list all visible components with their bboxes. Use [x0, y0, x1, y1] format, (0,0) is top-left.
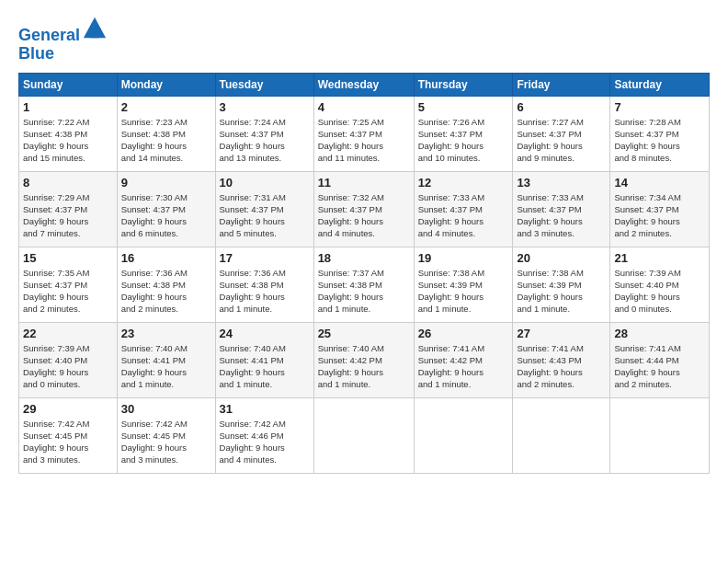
calendar-cell: 18Sunrise: 7:37 AM Sunset: 4:38 PM Dayli…	[313, 247, 414, 322]
day-number: 26	[418, 327, 509, 340]
day-info: Sunrise: 7:33 AM Sunset: 4:37 PM Dayligh…	[517, 191, 606, 240]
day-info: Sunrise: 7:41 AM Sunset: 4:42 PM Dayligh…	[418, 342, 509, 391]
day-number: 7	[614, 100, 705, 114]
day-info: Sunrise: 7:30 AM Sunset: 4:37 PM Dayligh…	[121, 191, 211, 240]
calendar-week-row: 15Sunrise: 7:35 AM Sunset: 4:37 PM Dayli…	[19, 247, 710, 322]
day-number: 12	[418, 176, 509, 190]
day-info: Sunrise: 7:38 AM Sunset: 4:39 PM Dayligh…	[517, 267, 606, 316]
day-info: Sunrise: 7:36 AM Sunset: 4:38 PM Dayligh…	[121, 267, 211, 316]
calendar-header-tuesday: Tuesday	[215, 73, 313, 96]
calendar-cell: 30Sunrise: 7:42 AM Sunset: 4:45 PM Dayli…	[117, 397, 215, 473]
day-info: Sunrise: 7:33 AM Sunset: 4:37 PM Dayligh…	[418, 191, 509, 240]
day-number: 5	[418, 100, 509, 114]
day-info: Sunrise: 7:38 AM Sunset: 4:39 PM Dayligh…	[418, 267, 509, 316]
day-number: 23	[121, 327, 211, 340]
calendar-cell: 4Sunrise: 7:25 AM Sunset: 4:37 PM Daylig…	[313, 96, 414, 171]
calendar-cell: 12Sunrise: 7:33 AM Sunset: 4:37 PM Dayli…	[414, 171, 513, 247]
calendar-cell: 11Sunrise: 7:32 AM Sunset: 4:37 PM Dayli…	[313, 171, 414, 247]
day-number: 19	[418, 251, 509, 265]
calendar-cell: 20Sunrise: 7:38 AM Sunset: 4:39 PM Dayli…	[513, 247, 610, 322]
calendar-cell: 28Sunrise: 7:41 AM Sunset: 4:44 PM Dayli…	[610, 322, 710, 397]
calendar-cell: 29Sunrise: 7:42 AM Sunset: 4:45 PM Dayli…	[19, 397, 118, 473]
day-number: 29	[23, 402, 113, 416]
day-info: Sunrise: 7:36 AM Sunset: 4:38 PM Dayligh…	[220, 267, 310, 316]
day-info: Sunrise: 7:41 AM Sunset: 4:44 PM Dayligh…	[614, 342, 705, 391]
day-number: 15	[23, 251, 113, 265]
day-number: 17	[220, 251, 310, 265]
calendar-cell: 1Sunrise: 7:22 AM Sunset: 4:38 PM Daylig…	[19, 96, 118, 171]
calendar-cell	[414, 397, 513, 473]
logo-general: General	[18, 26, 80, 44]
day-number: 21	[614, 251, 705, 265]
day-number: 24	[220, 327, 310, 340]
calendar-cell: 3Sunrise: 7:24 AM Sunset: 4:37 PM Daylig…	[215, 96, 313, 171]
day-number: 1	[23, 100, 113, 114]
calendar-cell: 25Sunrise: 7:40 AM Sunset: 4:42 PM Dayli…	[313, 322, 414, 397]
day-number: 22	[23, 327, 113, 340]
day-info: Sunrise: 7:42 AM Sunset: 4:45 PM Dayligh…	[121, 418, 211, 466]
day-number: 27	[517, 327, 606, 340]
day-info: Sunrise: 7:28 AM Sunset: 4:37 PM Dayligh…	[614, 116, 705, 165]
day-info: Sunrise: 7:22 AM Sunset: 4:38 PM Dayligh…	[23, 116, 113, 165]
day-number: 8	[23, 176, 113, 190]
day-number: 28	[614, 327, 705, 340]
calendar-cell: 15Sunrise: 7:35 AM Sunset: 4:37 PM Dayli…	[19, 247, 118, 322]
calendar-header-saturday: Saturday	[610, 73, 710, 96]
day-info: Sunrise: 7:42 AM Sunset: 4:46 PM Dayligh…	[220, 418, 310, 466]
day-number: 10	[220, 176, 310, 190]
page: General Blue SundayMondayTuesdayWednesda…	[0, 0, 728, 563]
day-number: 18	[318, 251, 410, 265]
calendar-cell	[313, 397, 414, 473]
day-number: 16	[121, 251, 211, 265]
calendar-week-row: 22Sunrise: 7:39 AM Sunset: 4:40 PM Dayli…	[19, 322, 710, 397]
day-info: Sunrise: 7:26 AM Sunset: 4:37 PM Dayligh…	[418, 116, 509, 165]
day-number: 13	[517, 176, 606, 190]
calendar-cell: 19Sunrise: 7:38 AM Sunset: 4:39 PM Dayli…	[414, 247, 513, 322]
logo-blue: Blue	[18, 45, 108, 63]
day-number: 6	[517, 100, 606, 114]
calendar-cell: 14Sunrise: 7:34 AM Sunset: 4:37 PM Dayli…	[610, 171, 710, 247]
calendar-header-friday: Friday	[513, 73, 610, 96]
day-number: 2	[121, 100, 211, 114]
calendar-cell: 26Sunrise: 7:41 AM Sunset: 4:42 PM Dayli…	[414, 322, 513, 397]
calendar-cell: 21Sunrise: 7:39 AM Sunset: 4:40 PM Dayli…	[610, 247, 710, 322]
calendar-week-row: 29Sunrise: 7:42 AM Sunset: 4:45 PM Dayli…	[19, 397, 710, 473]
day-info: Sunrise: 7:32 AM Sunset: 4:37 PM Dayligh…	[318, 191, 410, 240]
calendar-header-row: SundayMondayTuesdayWednesdayThursdayFrid…	[19, 73, 710, 96]
day-number: 30	[121, 402, 211, 416]
svg-marker-1	[89, 33, 101, 39]
calendar-cell: 24Sunrise: 7:40 AM Sunset: 4:41 PM Dayli…	[215, 322, 313, 397]
calendar-header-thursday: Thursday	[414, 73, 513, 96]
calendar-cell: 6Sunrise: 7:27 AM Sunset: 4:37 PM Daylig…	[513, 96, 610, 171]
day-info: Sunrise: 7:31 AM Sunset: 4:37 PM Dayligh…	[220, 191, 310, 240]
day-info: Sunrise: 7:40 AM Sunset: 4:41 PM Dayligh…	[220, 342, 310, 391]
logo: General Blue	[18, 15, 108, 63]
day-info: Sunrise: 7:41 AM Sunset: 4:43 PM Dayligh…	[517, 342, 606, 391]
calendar-cell: 7Sunrise: 7:28 AM Sunset: 4:37 PM Daylig…	[610, 96, 710, 171]
day-info: Sunrise: 7:27 AM Sunset: 4:37 PM Dayligh…	[517, 116, 606, 165]
calendar-cell: 8Sunrise: 7:29 AM Sunset: 4:37 PM Daylig…	[19, 171, 118, 247]
calendar-cell: 17Sunrise: 7:36 AM Sunset: 4:38 PM Dayli…	[215, 247, 313, 322]
calendar-cell: 23Sunrise: 7:40 AM Sunset: 4:41 PM Dayli…	[117, 322, 215, 397]
calendar-cell: 10Sunrise: 7:31 AM Sunset: 4:37 PM Dayli…	[215, 171, 313, 247]
day-info: Sunrise: 7:42 AM Sunset: 4:45 PM Dayligh…	[23, 418, 113, 466]
calendar-cell: 5Sunrise: 7:26 AM Sunset: 4:37 PM Daylig…	[414, 96, 513, 171]
day-info: Sunrise: 7:39 AM Sunset: 4:40 PM Dayligh…	[23, 342, 113, 391]
day-info: Sunrise: 7:40 AM Sunset: 4:41 PM Dayligh…	[121, 342, 211, 391]
calendar-table: SundayMondayTuesdayWednesdayThursdayFrid…	[18, 73, 710, 474]
day-info: Sunrise: 7:29 AM Sunset: 4:37 PM Dayligh…	[23, 191, 113, 240]
logo-icon	[82, 15, 108, 40]
calendar-header-wednesday: Wednesday	[313, 73, 414, 96]
day-info: Sunrise: 7:35 AM Sunset: 4:37 PM Dayligh…	[23, 267, 113, 316]
calendar-cell: 22Sunrise: 7:39 AM Sunset: 4:40 PM Dayli…	[19, 322, 118, 397]
day-number: 4	[318, 100, 410, 114]
day-info: Sunrise: 7:23 AM Sunset: 4:38 PM Dayligh…	[121, 116, 211, 165]
calendar-cell: 13Sunrise: 7:33 AM Sunset: 4:37 PM Dayli…	[513, 171, 610, 247]
day-info: Sunrise: 7:25 AM Sunset: 4:37 PM Dayligh…	[318, 116, 410, 165]
calendar-week-row: 8Sunrise: 7:29 AM Sunset: 4:37 PM Daylig…	[19, 171, 710, 247]
day-number: 20	[517, 251, 606, 265]
day-info: Sunrise: 7:34 AM Sunset: 4:37 PM Dayligh…	[614, 191, 705, 240]
day-number: 3	[220, 100, 310, 114]
calendar-cell	[610, 397, 710, 473]
calendar-cell	[513, 397, 610, 473]
